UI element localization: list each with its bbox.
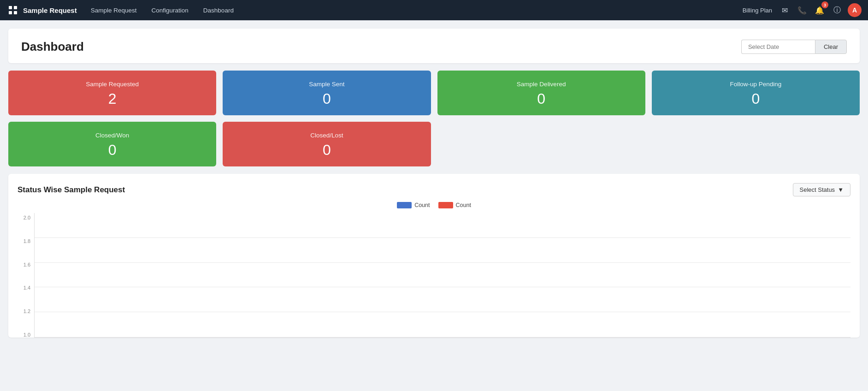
- grid-line-1: [35, 262, 850, 263]
- y-label-0: 2.0: [24, 215, 30, 220]
- date-filter: Clear: [741, 40, 847, 54]
- page-title: Dashboard: [21, 40, 84, 54]
- stat-closed-lost: Closed/Lost 0: [223, 122, 431, 166]
- grid-line-0: [35, 237, 850, 238]
- avatar[interactable]: A: [848, 3, 862, 17]
- stat-label-4: Closed/Won: [95, 132, 129, 139]
- legend-label-red: Count: [456, 202, 471, 208]
- select-status-label: Select Status: [800, 186, 835, 193]
- stat-label-2: Sample Delivered: [517, 81, 566, 88]
- stat-followup-pending: Follow-up Pending 0: [652, 71, 860, 115]
- dashboard-header: Dashboard Clear: [21, 40, 847, 54]
- svg-rect-0: [9, 6, 12, 9]
- y-label-4: 1.2: [24, 308, 30, 314]
- legend-item-red: Count: [438, 202, 471, 208]
- chart-header: Status Wise Sample Request Select Status…: [18, 183, 850, 196]
- stat-label-1: Sample Sent: [309, 81, 344, 88]
- stat-label-0: Sample Requested: [86, 81, 139, 88]
- chart-area: 2.0 1.8 1.6 1.4 1.2 1.0: [18, 213, 850, 338]
- help-icon[interactable]: ⓘ: [830, 3, 844, 17]
- svg-rect-1: [14, 6, 17, 9]
- stat-value-0: 2: [108, 91, 117, 106]
- y-label-2: 1.6: [24, 262, 30, 267]
- legend-color-red: [438, 202, 453, 208]
- email-icon[interactable]: ✉: [778, 3, 791, 17]
- grid-line-3: [35, 312, 850, 312]
- y-label-1: 1.8: [24, 238, 30, 244]
- legend-color-blue: [397, 202, 412, 208]
- stat-value-4: 0: [108, 142, 117, 157]
- dashboard-header-card: Dashboard Clear: [8, 29, 860, 63]
- grid-line-2: [35, 287, 850, 287]
- date-input[interactable]: [741, 40, 815, 54]
- stat-closed-won: Closed/Won 0: [8, 122, 216, 166]
- stats-row-2: Closed/Won 0 Closed/Lost 0: [8, 122, 860, 166]
- select-status-button[interactable]: Select Status ▼: [793, 183, 850, 196]
- svg-rect-2: [9, 11, 12, 14]
- main-content: Dashboard Clear Sample Requested 2 Sampl…: [0, 20, 868, 338]
- chart-inner: 2.0 1.8 1.6 1.4 1.2 1.0: [18, 213, 850, 338]
- stat-value-2: 0: [537, 91, 545, 106]
- billing-plan-label: Billing Plan: [743, 7, 772, 14]
- svg-rect-3: [14, 11, 17, 14]
- stat-label-5: Closed/Lost: [310, 132, 343, 139]
- nav-configuration[interactable]: Configuration: [144, 0, 196, 20]
- dropdown-caret-icon: ▼: [838, 186, 844, 193]
- stat-sample-delivered: Sample Delivered 0: [437, 71, 645, 115]
- stat-value-3: 0: [751, 91, 760, 106]
- legend-label-blue: Count: [414, 202, 430, 208]
- stats-row-1: Sample Requested 2 Sample Sent 0 Sample …: [8, 71, 860, 115]
- stat-value-5: 0: [323, 142, 331, 157]
- stat-label-3: Follow-up Pending: [730, 81, 781, 88]
- y-label-3: 1.4: [24, 285, 30, 290]
- topnav-right: Billing Plan ✉ 📞 🔔 3 ⓘ A: [743, 3, 863, 17]
- stat-value-1: 0: [323, 91, 331, 106]
- chart-legend: Count Count: [18, 202, 850, 208]
- chart-card: Status Wise Sample Request Select Status…: [8, 174, 860, 338]
- brand-title: Sample Request: [21, 6, 83, 14]
- nav-dashboard[interactable]: Dashboard: [196, 0, 241, 20]
- chart-title: Status Wise Sample Request: [18, 185, 125, 195]
- notification-count: 3: [821, 1, 828, 8]
- notification-bell[interactable]: 🔔 3: [813, 3, 827, 17]
- stat-sample-sent: Sample Sent 0: [223, 71, 431, 115]
- grid-menu-icon[interactable]: [5, 0, 21, 20]
- chart-plot: [34, 213, 850, 338]
- whatsapp-icon[interactable]: 📞: [795, 3, 809, 17]
- nav-links: Sample Request Configuration Dashboard: [83, 0, 743, 20]
- clear-button[interactable]: Clear: [815, 40, 847, 54]
- y-axis: 2.0 1.8 1.6 1.4 1.2 1.0: [18, 213, 34, 338]
- top-navigation: Sample Request Sample Request Configurat…: [0, 0, 868, 20]
- y-label-5: 1.0: [24, 332, 30, 338]
- legend-item-blue: Count: [397, 202, 430, 208]
- nav-sample-request[interactable]: Sample Request: [83, 0, 144, 20]
- stat-sample-requested: Sample Requested 2: [8, 71, 216, 115]
